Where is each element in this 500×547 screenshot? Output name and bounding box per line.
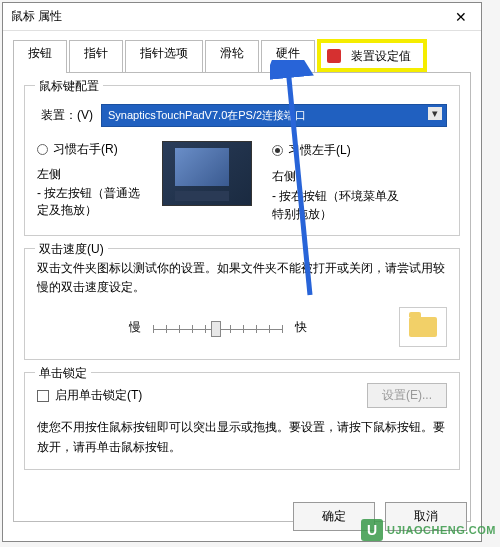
tab-device-settings[interactable]: 装置设定值 (345, 46, 417, 67)
radio-right-hand[interactable]: 习惯右手(R) (37, 141, 142, 158)
button-config-legend: 鼠标键配置 (35, 78, 103, 95)
device-settings-icon (327, 49, 341, 63)
tab-content: 鼠标键配置 装置：(V) SynapticsTouchPadV7.0在PS/2连… (13, 72, 471, 522)
left-side-desc: - 按左按钮（普通选定及拖放） (37, 185, 142, 219)
tab-pointer-options[interactable]: 指针选项 (125, 40, 203, 73)
clicklock-description: 使您不用按住鼠标按钮即可以突出显示或拖拽。要设置，请按下鼠标按钮。要放开，请再单… (37, 418, 447, 456)
enable-clicklock-label: 启用单击锁定(T) (55, 387, 142, 404)
slow-label: 慢 (129, 319, 141, 336)
doubleclick-legend: 双击速度(U) (35, 241, 108, 258)
tab-hardware[interactable]: 硬件 (261, 40, 315, 73)
tab-pointer[interactable]: 指针 (69, 40, 123, 73)
close-button[interactable]: ✕ (441, 3, 481, 31)
touchpad-preview-image (162, 141, 252, 206)
clicklock-enable-row: 启用单击锁定(T) 设置(E)... (37, 383, 447, 408)
enable-clicklock-checkbox[interactable] (37, 390, 49, 402)
tab-bar: 按钮 指针 指针选项 滑轮 硬件 装置设定值 (3, 31, 481, 72)
radio-right-hand-label: 习惯右手(R) (53, 141, 118, 158)
titlebar: 鼠标 属性 ✕ (3, 3, 481, 31)
window-title: 鼠标 属性 (11, 8, 62, 25)
watermark: U UJIAOCHENG.COM (361, 519, 496, 541)
watermark-text: UJIAOCHENG.COM (387, 524, 496, 536)
tab-wheel[interactable]: 滑轮 (205, 40, 259, 73)
clicklock-settings-button[interactable]: 设置(E)... (367, 383, 447, 408)
right-side-desc: - 按右按钮（环境菜单及特别拖放） (272, 187, 402, 223)
mouse-properties-window: 鼠标 属性 ✕ 按钮 指针 指针选项 滑轮 硬件 装置设定值 鼠标键配置 装置：… (2, 2, 482, 542)
device-label: 装置：(V) (41, 107, 93, 124)
clicklock-legend: 单击锁定 (35, 365, 91, 382)
hand-config-row: 习惯右手(R) 左侧 - 按左按钮（普通选定及拖放） 习惯左手(L) 右侧 - … (37, 141, 447, 223)
doubleclick-speed-slider[interactable] (153, 317, 283, 337)
device-row: 装置：(V) SynapticsTouchPadV7.0在PS/2连接端口 (41, 104, 447, 127)
right-side-title: 右侧 (272, 167, 402, 185)
device-select[interactable]: SynapticsTouchPadV7.0在PS/2连接端口 (101, 104, 447, 127)
clicklock-group: 单击锁定 启用单击锁定(T) 设置(E)... 使您不用按住鼠标按钮即可以突出显… (24, 372, 460, 469)
radio-left-hand[interactable]: 习惯左手(L) (272, 141, 402, 159)
radio-icon (272, 145, 283, 156)
left-side-title: 左侧 (37, 166, 142, 183)
slider-thumb[interactable] (211, 321, 221, 337)
watermark-icon: U (361, 519, 383, 541)
doubleclick-test-folder[interactable] (399, 307, 447, 347)
folder-icon (409, 317, 437, 337)
doubleclick-description: 双击文件夹图标以测试你的设置。如果文件夹不能被打开或关闭，请尝试用较慢的双击速度… (37, 259, 447, 297)
highlight-box: 装置设定值 (317, 39, 427, 72)
doubleclick-group: 双击速度(U) 双击文件夹图标以测试你的设置。如果文件夹不能被打开或关闭，请尝试… (24, 248, 460, 360)
radio-icon (37, 144, 48, 155)
tab-buttons[interactable]: 按钮 (13, 40, 67, 73)
fast-label: 快 (295, 319, 307, 336)
button-config-group: 鼠标键配置 装置：(V) SynapticsTouchPadV7.0在PS/2连… (24, 85, 460, 236)
radio-left-hand-label: 习惯左手(L) (288, 141, 351, 159)
doubleclick-slider-row: 慢 快 (37, 307, 447, 347)
